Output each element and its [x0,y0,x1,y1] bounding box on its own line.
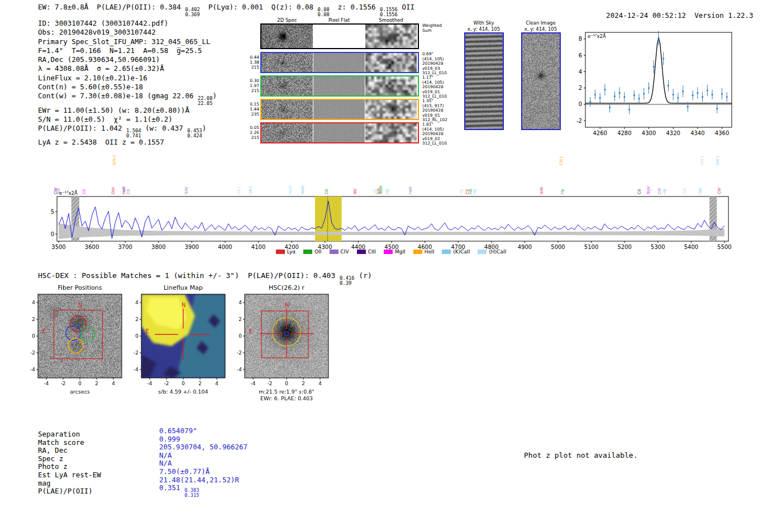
text-segment: N/A [159,459,172,467]
text-segment: λ = 4308.08Å σ = 2.65(±0.32)Å [38,64,164,73]
svg-text:0: 0 [51,231,54,237]
inactive-fiber-circle [59,362,72,375]
compass-north-label: N [182,302,185,308]
svg-text:0: 0 [239,333,242,339]
inactive-fiber-circle [43,334,56,347]
svg-text:3800: 3800 [151,244,165,250]
svg-text:3900: 3900 [185,244,199,250]
match-label: Photo z [38,462,68,471]
cutout-title: HSC(26.2) r [269,284,305,291]
svg-text:Hβ: Hβ [662,189,667,194]
report-meta: 2024-12-24 00:52:12 Version 1.22.3 [589,3,754,28]
svg-text:0: 0 [78,381,82,386]
text-segment: Obs: 20190428v019_3003107442 [38,28,156,36]
svg-text:-4: -4 [44,381,49,386]
text-segment: P(Lyα): 0.001 Q(z): 0.08 [200,3,318,11]
plot-frame [585,32,732,127]
svg-text:4: 4 [215,381,218,386]
svg-text:0: 0 [579,101,582,107]
hsc-markers [260,309,313,358]
svg-text:4: 4 [32,300,35,305]
svg-text:SiIV: SiIV [184,187,189,194]
summary-header: EW: 7.8±0.8Å P(LAE)/P(OII): 0.384 0.4020… [38,3,414,17]
match-label: Match score [38,438,84,447]
spec2d-row [260,52,419,73]
cutout-caption: s/b: 4.59 +/- 0.104 [158,389,208,395]
report-timestamp: 2024-12-24 00:52:12 [606,11,686,20]
svg-text:0: 0 [135,333,139,339]
text-segment: ID: 3003107442 (3003107442.pdf) [38,19,168,27]
svg-text:OII: OII [325,189,329,194]
stacked-fraction: 0.4020.369 [185,7,199,17]
elixer-report-page: EW: 7.8±0.8Å P(LAE)/P(OII): 0.384 0.4020… [0,0,782,532]
info-line: S/N = 11.0(±0.5) χ² = 1.1(±0.2) [38,115,217,124]
pixel-flat-image [313,123,365,142]
with-sky-canvas [465,33,503,129]
match-row: Spec zN/A [38,454,317,463]
svg-text:Hδ: Hδ [469,189,473,194]
svg-text:2: 2 [95,381,98,386]
info-line: P(LAE)/P(OII): 1.042 1.5040.741 (w: 0.43… [38,124,217,138]
svg-text:OII (: OII ( [237,186,241,194]
spec2d-image [261,53,313,72]
cutout-title: Fiber Positions [58,284,102,291]
text-segment: LineFlux = 2.10(±0.21)e-16 [38,74,147,82]
photz-note: Phot z plot not available. [524,451,638,460]
svg-text:CIII: CIII [657,188,662,194]
svg-text:-2: -2 [268,381,273,386]
fiber-markers [39,297,108,378]
cutout-title: Lineflux Map [164,284,203,291]
svg-text:5500: 5500 [717,244,731,250]
info-line: F=1.4" T=0.166 N̅=1.21 A=0.58 g̅=25.5 [38,46,217,55]
spec2d-image [261,25,313,48]
stacked-fraction: 1.5040.741 [126,128,141,138]
flux-units-label: e⁻¹⁷x2Å [588,33,606,39]
spec2d-col-header-2dspec: 2D Spec [261,17,313,23]
fraction-bottom: 0.424 [187,133,202,138]
svg-text:-2: -2 [133,350,139,356]
legend-swatch-oii [303,250,312,254]
weighted-fiber-circle [66,326,80,341]
text-segment: RA,Dec (205.930634,50.966091) [38,55,160,64]
info-line: λ = 4308.08Å σ = 2.65(±0.32)Å [38,64,217,73]
svg-text:4: 4 [135,300,139,305]
spec2d-row [260,122,419,143]
svg-text:-2: -2 [30,350,35,356]
text-segment: 205.930704, 50.966267 [159,443,247,451]
fraction-bottom: 22.05 [198,101,212,106]
smoothed-image [365,25,417,48]
text-segment: Cont(w) = 7.30(±0.08)e-18 (gmag 22.06 [38,92,198,100]
match-label: RA, Dec [38,446,68,454]
legend-item-mgii: MgII [384,249,406,255]
text-segment: OII [398,3,414,11]
legend-item-heii: HeII [413,249,435,255]
match-row: P(LAE)/P(OII)0.351 0.3830.315 [38,487,317,495]
inactive-fiber-circle [46,319,59,332]
legend-swatch-lya [276,250,285,254]
match-value: 21.48(21.44,21.52)R [159,476,239,484]
spec2d-row [260,23,419,49]
legend-label: (K)CaII [453,249,470,255]
legend-item-kcaii: (K)CaII [442,249,470,255]
smoothed-image [365,53,417,72]
fraction-bottom: 0.741 [126,133,141,138]
svg-text:NeIII: NeIII [301,185,305,194]
text-segment: EW: 7.8±0.8Å P(LAE)/P(OII): 0.384 [38,3,185,11]
pixel-flat-image [313,76,365,95]
svg-text:2: 2 [198,381,202,386]
inactive-fiber-circle [95,297,108,310]
inactive-fiber-circle [65,351,78,363]
spec2d-image [261,76,313,95]
fiber-positions-panel: Fiber Positions-4-4-2-2002244NEarcsecs [22,282,134,410]
fiber-weight-label: 0.05 2.26 215 [245,125,259,141]
match-label: Est LyA rest-EW [38,471,101,479]
spectrum-legend: LyαOIICIVCIIIMgIIHeII(K)CaII(H)CaII [212,249,570,255]
fiber-weight-label: 0.30 1.97 215 [245,78,259,94]
svg-text:2: 2 [579,85,582,91]
text-segment: ) [212,92,217,100]
spec2d-col-header-pixelflat: Pixel Flat [313,17,365,23]
svg-text:4320: 4320 [666,130,680,136]
legend-swatch-mgii [384,250,393,254]
svg-text:NV: NV [353,189,357,194]
text-segment: ) [202,124,207,132]
